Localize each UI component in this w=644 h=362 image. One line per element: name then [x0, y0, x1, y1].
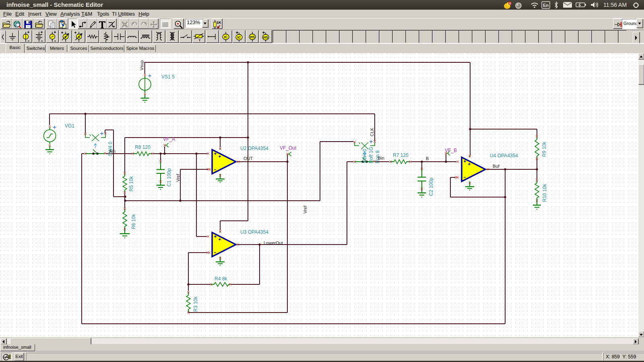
svg-text:B: B [426, 156, 429, 161]
svg-text:R9 10k: R9 10k [541, 141, 547, 157]
svg-text:R4 8k: R4 8k [215, 276, 227, 282]
svg-text:OUT: OUT [244, 156, 253, 161]
svg-text:C2 100p: C2 100p [428, 177, 434, 196]
svg-text:4: 4 [509, 2, 511, 5]
svg-text:R7 120: R7 120 [393, 152, 409, 158]
svg-text:U2 OPA4354: U2 OPA4354 [240, 146, 268, 151]
svg-text:VS1 5: VS1 5 [161, 74, 175, 80]
svg-text:Vref: Vref [303, 205, 308, 214]
svg-text:IC: IC [237, 35, 242, 39]
svg-text:IC: IC [224, 35, 228, 39]
svg-text:M: M [158, 31, 161, 35]
svg-text:R8 120: R8 120 [135, 144, 151, 150]
svg-text:LowerOut: LowerOut [264, 241, 283, 245]
svg-text:R6 10k: R6 10k [131, 214, 136, 229]
svg-text:HS: HS [263, 35, 268, 39]
svg-text:U3 OPA4354: U3 OPA4354 [240, 229, 268, 235]
svg-text:Buf: Buf [493, 164, 500, 169]
svg-text:T: T [199, 39, 201, 42]
svg-text:Vref: Vref [175, 173, 180, 182]
svg-text:VF_B: VF_B [445, 148, 457, 153]
svg-text:R5 10k: R5 10k [128, 176, 134, 191]
svg-text:C1 100p: C1 100p [166, 168, 172, 187]
svg-text:VF_Out: VF_Out [280, 145, 297, 151]
svg-text:VF_A: VF_A [163, 136, 175, 142]
svg-text:Roff 1G: Roff 1G [368, 147, 374, 163]
svg-text:CLK: CLK [369, 128, 374, 136]
svg-text:Vsup: Vsup [139, 60, 144, 70]
svg-text:R10 10k: R10 10k [542, 183, 547, 202]
svg-text:Ain: Ain [109, 149, 116, 154]
svg-text:En: En [543, 3, 549, 8]
svg-text:HS: HS [250, 35, 255, 39]
svg-text:U4 OPA4354: U4 OPA4354 [490, 153, 518, 158]
svg-text:1K: 1K [217, 21, 221, 25]
svg-text:R3 10k: R3 10k [193, 296, 198, 312]
svg-text:VG1: VG1 [65, 123, 74, 129]
svg-text:SW4 0: SW4 0 [362, 149, 367, 163]
svg-text:Bin: Bin [378, 156, 384, 160]
